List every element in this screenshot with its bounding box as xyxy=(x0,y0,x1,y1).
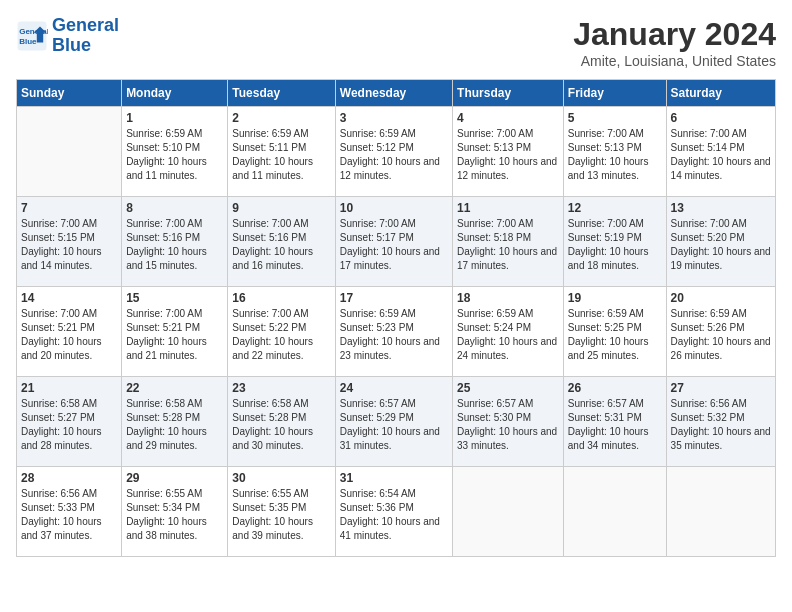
day-number: 31 xyxy=(340,471,448,485)
day-number: 22 xyxy=(126,381,223,395)
day-number: 28 xyxy=(21,471,117,485)
day-info: Sunrise: 6:55 AMSunset: 5:35 PMDaylight:… xyxy=(232,487,330,543)
day-number: 26 xyxy=(568,381,662,395)
day-number: 20 xyxy=(671,291,771,305)
day-number: 13 xyxy=(671,201,771,215)
day-info: Sunrise: 7:00 AMSunset: 5:21 PMDaylight:… xyxy=(126,307,223,363)
day-cell: 17Sunrise: 6:59 AMSunset: 5:23 PMDayligh… xyxy=(335,287,452,377)
day-cell xyxy=(453,467,564,557)
day-number: 24 xyxy=(340,381,448,395)
week-row-4: 21Sunrise: 6:58 AMSunset: 5:27 PMDayligh… xyxy=(17,377,776,467)
logo-text: General Blue xyxy=(52,16,119,56)
day-number: 14 xyxy=(21,291,117,305)
day-number: 2 xyxy=(232,111,330,125)
day-cell: 2Sunrise: 6:59 AMSunset: 5:11 PMDaylight… xyxy=(228,107,335,197)
day-number: 8 xyxy=(126,201,223,215)
day-number: 25 xyxy=(457,381,559,395)
header-row: SundayMondayTuesdayWednesdayThursdayFrid… xyxy=(17,80,776,107)
day-cell xyxy=(17,107,122,197)
day-info: Sunrise: 6:58 AMSunset: 5:28 PMDaylight:… xyxy=(126,397,223,453)
day-number: 29 xyxy=(126,471,223,485)
day-info: Sunrise: 6:56 AMSunset: 5:32 PMDaylight:… xyxy=(671,397,771,453)
day-info: Sunrise: 6:57 AMSunset: 5:30 PMDaylight:… xyxy=(457,397,559,453)
title-block: January 2024 Amite, Louisiana, United St… xyxy=(573,16,776,69)
month-title: January 2024 xyxy=(573,16,776,53)
day-info: Sunrise: 6:59 AMSunset: 5:12 PMDaylight:… xyxy=(340,127,448,183)
day-cell: 9Sunrise: 7:00 AMSunset: 5:16 PMDaylight… xyxy=(228,197,335,287)
day-info: Sunrise: 6:57 AMSunset: 5:31 PMDaylight:… xyxy=(568,397,662,453)
col-header-tuesday: Tuesday xyxy=(228,80,335,107)
day-info: Sunrise: 6:57 AMSunset: 5:29 PMDaylight:… xyxy=(340,397,448,453)
day-info: Sunrise: 6:55 AMSunset: 5:34 PMDaylight:… xyxy=(126,487,223,543)
week-row-2: 7Sunrise: 7:00 AMSunset: 5:15 PMDaylight… xyxy=(17,197,776,287)
day-cell: 18Sunrise: 6:59 AMSunset: 5:24 PMDayligh… xyxy=(453,287,564,377)
day-number: 18 xyxy=(457,291,559,305)
day-cell: 25Sunrise: 6:57 AMSunset: 5:30 PMDayligh… xyxy=(453,377,564,467)
day-number: 9 xyxy=(232,201,330,215)
day-number: 16 xyxy=(232,291,330,305)
day-cell: 20Sunrise: 6:59 AMSunset: 5:26 PMDayligh… xyxy=(666,287,775,377)
logo-icon: General Blue xyxy=(16,20,48,52)
day-cell: 1Sunrise: 6:59 AMSunset: 5:10 PMDaylight… xyxy=(122,107,228,197)
day-cell: 24Sunrise: 6:57 AMSunset: 5:29 PMDayligh… xyxy=(335,377,452,467)
col-header-friday: Friday xyxy=(563,80,666,107)
day-number: 11 xyxy=(457,201,559,215)
day-cell: 14Sunrise: 7:00 AMSunset: 5:21 PMDayligh… xyxy=(17,287,122,377)
day-info: Sunrise: 7:00 AMSunset: 5:21 PMDaylight:… xyxy=(21,307,117,363)
day-number: 17 xyxy=(340,291,448,305)
day-info: Sunrise: 7:00 AMSunset: 5:18 PMDaylight:… xyxy=(457,217,559,273)
day-info: Sunrise: 6:59 AMSunset: 5:23 PMDaylight:… xyxy=(340,307,448,363)
day-info: Sunrise: 7:00 AMSunset: 5:17 PMDaylight:… xyxy=(340,217,448,273)
col-header-sunday: Sunday xyxy=(17,80,122,107)
day-info: Sunrise: 7:00 AMSunset: 5:22 PMDaylight:… xyxy=(232,307,330,363)
svg-text:Blue: Blue xyxy=(19,37,37,46)
day-number: 3 xyxy=(340,111,448,125)
day-cell: 29Sunrise: 6:55 AMSunset: 5:34 PMDayligh… xyxy=(122,467,228,557)
day-number: 19 xyxy=(568,291,662,305)
day-number: 27 xyxy=(671,381,771,395)
day-number: 15 xyxy=(126,291,223,305)
day-info: Sunrise: 6:59 AMSunset: 5:10 PMDaylight:… xyxy=(126,127,223,183)
day-info: Sunrise: 7:00 AMSunset: 5:13 PMDaylight:… xyxy=(457,127,559,183)
day-info: Sunrise: 7:00 AMSunset: 5:15 PMDaylight:… xyxy=(21,217,117,273)
day-info: Sunrise: 7:00 AMSunset: 5:13 PMDaylight:… xyxy=(568,127,662,183)
day-cell: 3Sunrise: 6:59 AMSunset: 5:12 PMDaylight… xyxy=(335,107,452,197)
day-cell: 8Sunrise: 7:00 AMSunset: 5:16 PMDaylight… xyxy=(122,197,228,287)
day-number: 23 xyxy=(232,381,330,395)
calendar-table: SundayMondayTuesdayWednesdayThursdayFrid… xyxy=(16,79,776,557)
day-info: Sunrise: 6:59 AMSunset: 5:24 PMDaylight:… xyxy=(457,307,559,363)
day-number: 7 xyxy=(21,201,117,215)
day-cell: 4Sunrise: 7:00 AMSunset: 5:13 PMDaylight… xyxy=(453,107,564,197)
day-info: Sunrise: 6:54 AMSunset: 5:36 PMDaylight:… xyxy=(340,487,448,543)
day-number: 1 xyxy=(126,111,223,125)
col-header-thursday: Thursday xyxy=(453,80,564,107)
day-cell: 19Sunrise: 6:59 AMSunset: 5:25 PMDayligh… xyxy=(563,287,666,377)
day-cell: 10Sunrise: 7:00 AMSunset: 5:17 PMDayligh… xyxy=(335,197,452,287)
day-cell: 26Sunrise: 6:57 AMSunset: 5:31 PMDayligh… xyxy=(563,377,666,467)
col-header-wednesday: Wednesday xyxy=(335,80,452,107)
day-number: 4 xyxy=(457,111,559,125)
day-cell: 11Sunrise: 7:00 AMSunset: 5:18 PMDayligh… xyxy=(453,197,564,287)
day-number: 10 xyxy=(340,201,448,215)
day-cell: 6Sunrise: 7:00 AMSunset: 5:14 PMDaylight… xyxy=(666,107,775,197)
day-cell: 23Sunrise: 6:58 AMSunset: 5:28 PMDayligh… xyxy=(228,377,335,467)
day-cell: 15Sunrise: 7:00 AMSunset: 5:21 PMDayligh… xyxy=(122,287,228,377)
day-number: 21 xyxy=(21,381,117,395)
day-cell: 21Sunrise: 6:58 AMSunset: 5:27 PMDayligh… xyxy=(17,377,122,467)
page-header: General Blue General Blue January 2024 A… xyxy=(16,16,776,69)
col-header-saturday: Saturday xyxy=(666,80,775,107)
day-info: Sunrise: 7:00 AMSunset: 5:20 PMDaylight:… xyxy=(671,217,771,273)
day-cell: 30Sunrise: 6:55 AMSunset: 5:35 PMDayligh… xyxy=(228,467,335,557)
day-cell: 7Sunrise: 7:00 AMSunset: 5:15 PMDaylight… xyxy=(17,197,122,287)
day-info: Sunrise: 6:58 AMSunset: 5:27 PMDaylight:… xyxy=(21,397,117,453)
day-number: 5 xyxy=(568,111,662,125)
day-cell: 31Sunrise: 6:54 AMSunset: 5:36 PMDayligh… xyxy=(335,467,452,557)
day-cell: 5Sunrise: 7:00 AMSunset: 5:13 PMDaylight… xyxy=(563,107,666,197)
day-cell: 12Sunrise: 7:00 AMSunset: 5:19 PMDayligh… xyxy=(563,197,666,287)
col-header-monday: Monday xyxy=(122,80,228,107)
day-info: Sunrise: 6:59 AMSunset: 5:25 PMDaylight:… xyxy=(568,307,662,363)
day-info: Sunrise: 7:00 AMSunset: 5:19 PMDaylight:… xyxy=(568,217,662,273)
day-number: 12 xyxy=(568,201,662,215)
day-info: Sunrise: 7:00 AMSunset: 5:16 PMDaylight:… xyxy=(232,217,330,273)
week-row-1: 1Sunrise: 6:59 AMSunset: 5:10 PMDaylight… xyxy=(17,107,776,197)
